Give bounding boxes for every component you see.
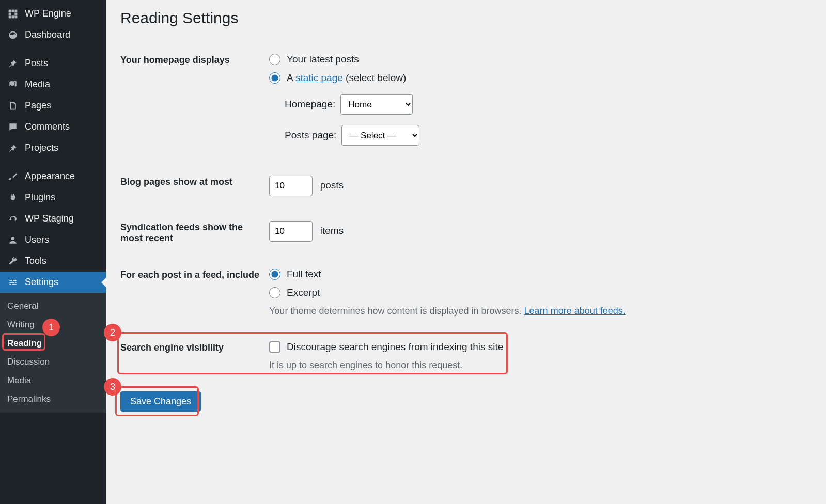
- sidebar-item-label: Comments: [25, 121, 70, 132]
- sidebar-item-label: Tools: [25, 256, 46, 266]
- dashboard-icon: [6, 30, 20, 40]
- submenu-item-general[interactable]: General: [0, 297, 106, 316]
- svg-rect-3: [9, 12, 11, 15]
- sidebar-item-wpengine[interactable]: WP Engine: [0, 3, 106, 24]
- submenu-item-media[interactable]: Media: [0, 371, 106, 390]
- svg-rect-1: [12, 9, 14, 12]
- annotation-badge-3: 3: [104, 378, 121, 396]
- sliders-icon: [6, 277, 20, 288]
- sidebar-item-media[interactable]: Media: [0, 74, 106, 95]
- sidebar-item-dashboard[interactable]: Dashboard: [0, 24, 106, 45]
- radio-excerpt-label: Excerpt: [287, 287, 320, 298]
- submenu-item-permalinks[interactable]: Permalinks: [0, 390, 106, 408]
- sidebar-item-comments[interactable]: Comments: [0, 116, 106, 137]
- feed-content-desc: Your theme determines how content is dis…: [269, 306, 812, 317]
- main-content: Reading Settings Your homepage displays …: [106, 0, 826, 504]
- radio-static-page[interactable]: [269, 72, 280, 84]
- radio-excerpt-line: Excerpt: [269, 287, 812, 298]
- label-blog-pages: Blog pages show at most: [120, 176, 269, 187]
- seo-checkbox-line: Discourage search engines from indexing …: [269, 341, 812, 353]
- row-feed-content: For each post in a feed, include Full te…: [120, 256, 812, 329]
- user-icon: [6, 235, 20, 245]
- sidebar-item-label: Appearance: [25, 171, 75, 182]
- pages-icon: [6, 101, 20, 111]
- sidebar-item-tools[interactable]: Tools: [0, 250, 106, 272]
- sidebar-item-appearance[interactable]: Appearance: [0, 166, 106, 187]
- sidebar-item-label: Media: [25, 79, 50, 90]
- pin-icon: [6, 143, 20, 153]
- plug-icon: [6, 193, 20, 203]
- sidebar-item-settings[interactable]: Settings: [0, 272, 106, 293]
- svg-rect-6: [12, 15, 14, 18]
- label-feed-content: For each post in a feed, include: [120, 269, 269, 280]
- seo-discourage-checkbox[interactable]: [269, 341, 280, 353]
- label-seo-visibility: Search engine visibility: [120, 341, 269, 353]
- admin-sidebar: WP Engine Dashboard Posts Media Pages Co…: [0, 0, 106, 504]
- svg-rect-5: [9, 15, 11, 18]
- sidebar-item-label: Plugins: [25, 192, 55, 203]
- syndication-input[interactable]: [269, 221, 313, 242]
- sidebar-item-label: Posts: [25, 58, 48, 69]
- svg-rect-2: [14, 9, 17, 12]
- page-title: Reading Settings: [120, 9, 812, 27]
- row-syndication: Syndication feeds show the most recent i…: [120, 209, 812, 256]
- radio-fulltext-label: Full text: [287, 269, 321, 280]
- media-icon: [6, 80, 20, 90]
- row-homepage-displays: Your homepage displays Your latest posts…: [120, 41, 812, 163]
- radio-latest-posts[interactable]: [269, 54, 280, 65]
- postspage-select-label: Posts page:: [285, 130, 336, 141]
- sidebar-item-label: Users: [25, 234, 49, 245]
- svg-rect-7: [14, 15, 17, 18]
- settings-submenu: General Writing Reading 1 Discussion Med…: [0, 293, 106, 413]
- wrench-icon: [6, 256, 20, 266]
- sidebar-item-label: Pages: [25, 100, 51, 111]
- wpengine-icon: [6, 9, 20, 19]
- postspage-select[interactable]: — Select —: [341, 125, 419, 146]
- homepage-select[interactable]: Home: [340, 94, 413, 115]
- radio-fulltext[interactable]: [269, 269, 280, 280]
- submenu-item-reading[interactable]: Reading: [0, 334, 106, 353]
- sidebar-item-label: Dashboard: [25, 29, 70, 40]
- sidebar-item-wpstaging[interactable]: WP Staging: [0, 208, 106, 229]
- radio-static-page-line: A static page (select below): [269, 72, 812, 84]
- submenu-item-discussion[interactable]: Discussion: [0, 353, 106, 371]
- static-page-link[interactable]: static page: [295, 72, 343, 83]
- row-blog-pages: Blog pages show at most posts: [120, 163, 812, 209]
- sidebar-item-label: Settings: [25, 277, 58, 288]
- label-syndication: Syndication feeds show the most recent: [120, 221, 269, 244]
- sidebar-item-label: WP Engine: [25, 8, 71, 19]
- radio-fulltext-line: Full text: [269, 269, 812, 280]
- sidebar-item-posts[interactable]: Posts: [0, 53, 106, 74]
- refresh-icon: [6, 214, 20, 224]
- syndication-unit: items: [320, 225, 344, 236]
- homepage-select-row: Homepage: Home: [285, 94, 812, 115]
- radio-static-page-label: A static page (select below): [287, 72, 406, 84]
- pin-icon: [6, 58, 20, 69]
- sidebar-item-pages[interactable]: Pages: [0, 95, 106, 116]
- row-seo-visibility: Search engine visibility Discourage sear…: [120, 329, 812, 383]
- label-homepage-displays: Your homepage displays: [120, 54, 269, 66]
- radio-latest-posts-line: Your latest posts: [269, 54, 812, 65]
- sidebar-item-label: WP Staging: [25, 213, 74, 224]
- comments-icon: [6, 122, 20, 132]
- radio-latest-posts-label: Your latest posts: [287, 54, 359, 65]
- brush-icon: [6, 171, 20, 182]
- radio-excerpt[interactable]: [269, 287, 280, 298]
- svg-rect-0: [9, 9, 11, 12]
- sidebar-item-users[interactable]: Users: [0, 229, 106, 250]
- annotation-badge-2: 2: [104, 324, 121, 341]
- sidebar-item-plugins[interactable]: Plugins: [0, 187, 106, 208]
- svg-rect-4: [14, 12, 17, 15]
- save-changes-button[interactable]: Save Changes: [120, 391, 201, 412]
- sidebar-item-label: Projects: [25, 143, 58, 153]
- submenu-item-writing[interactable]: Writing: [0, 316, 106, 334]
- homepage-select-label: Homepage:: [285, 99, 335, 110]
- learn-more-feeds-link[interactable]: Learn more about feeds.: [524, 306, 626, 316]
- blog-pages-input[interactable]: [269, 176, 313, 196]
- postspage-select-row: Posts page: — Select —: [285, 125, 812, 146]
- blog-pages-unit: posts: [320, 180, 344, 191]
- seo-checkbox-label: Discourage search engines from indexing …: [287, 341, 503, 353]
- sidebar-item-projects[interactable]: Projects: [0, 137, 106, 159]
- seo-desc: It is up to search engines to honor this…: [269, 360, 812, 371]
